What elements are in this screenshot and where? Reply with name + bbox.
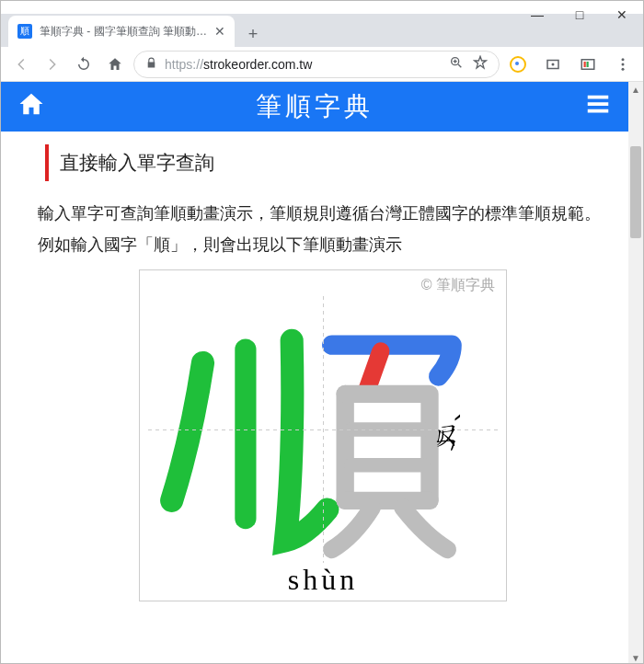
svg-point-10 xyxy=(622,63,625,65)
tab-close-icon[interactable]: ✕ xyxy=(214,24,225,39)
svg-line-1 xyxy=(458,64,461,67)
page-content: 筆順字典 直接輸入單字查詢 輸入單字可查詢筆順動畫演示，筆順規則遵循台灣正體國字… xyxy=(1,82,628,664)
section-description: 輸入單字可查詢筆順動畫演示，筆順規則遵循台灣正體國字的標準筆順規範。例如輸入國字… xyxy=(38,198,601,260)
home-icon[interactable] xyxy=(17,90,45,124)
svg-point-5 xyxy=(552,63,555,65)
svg-rect-7 xyxy=(584,62,586,67)
bookmark-star-icon[interactable] xyxy=(473,55,488,73)
back-button[interactable] xyxy=(8,52,34,77)
svg-point-9 xyxy=(622,58,625,61)
lock-icon xyxy=(145,57,157,72)
zhuyin-text: ㄕㄨㄣˋ xyxy=(431,406,464,428)
grid-vertical xyxy=(323,296,324,563)
extension-icon-1[interactable] xyxy=(505,52,531,77)
reload-button[interactable] xyxy=(71,52,97,77)
browser-tabstrip: — □ ✕ 順 筆順字典 - 國字筆順查詢 筆順動… ✕ + xyxy=(1,14,643,47)
svg-rect-8 xyxy=(587,62,589,67)
stroke-order-card: © 筆順字典 xyxy=(139,269,507,601)
hamburger-menu-icon[interactable] xyxy=(584,90,612,124)
window-close-button[interactable]: ✕ xyxy=(601,1,643,29)
pinyin-text: shùn xyxy=(140,563,506,601)
tab-favicon: 順 xyxy=(17,24,32,39)
site-header: 筆順字典 xyxy=(1,82,628,132)
glyph-box: ㄕㄨㄣˋ xyxy=(148,296,498,563)
site-title: 筆順字典 xyxy=(45,89,584,124)
scroll-thumb[interactable] xyxy=(630,146,641,238)
scroll-up-icon[interactable]: ▲ xyxy=(628,82,643,97)
extension-icon-3[interactable] xyxy=(575,52,601,77)
browser-tab[interactable]: 順 筆順字典 - 國字筆順查詢 筆順動… ✕ xyxy=(8,16,235,47)
scroll-down-icon[interactable]: ▼ xyxy=(628,650,643,664)
address-bar[interactable]: https://strokeorder.com.tw xyxy=(133,51,500,78)
card-watermark: © 筆順字典 xyxy=(421,276,495,295)
home-button[interactable] xyxy=(102,52,128,77)
zoom-icon[interactable] xyxy=(449,55,464,73)
forward-button[interactable] xyxy=(40,52,65,77)
vertical-scrollbar[interactable]: ▲ ▼ xyxy=(628,82,643,664)
extension-icon-2[interactable] xyxy=(540,52,566,77)
tab-title: 筆順字典 - 國字筆順查詢 筆順動… xyxy=(40,24,207,40)
url-text: https://strokeorder.com.tw xyxy=(165,57,312,72)
svg-point-11 xyxy=(622,67,625,70)
new-tab-button[interactable]: + xyxy=(240,21,266,47)
window-maximize-button[interactable]: □ xyxy=(558,1,601,29)
browser-toolbar: https://strokeorder.com.tw xyxy=(1,47,643,82)
chrome-menu-icon[interactable] xyxy=(610,52,636,77)
section-heading: 直接輸入單字查詢 xyxy=(45,144,601,181)
window-minimize-button[interactable]: — xyxy=(516,1,558,29)
